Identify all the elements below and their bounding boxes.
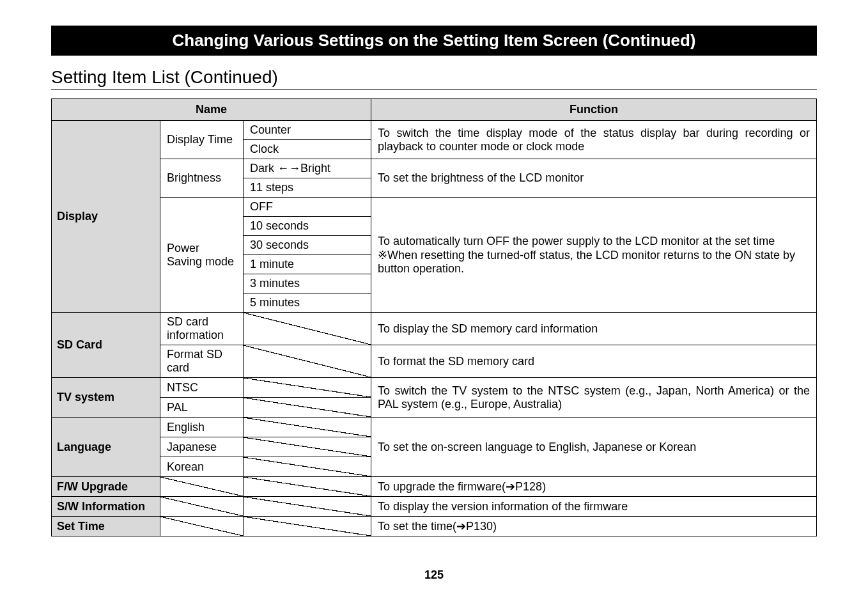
row-pal: PAL <box>160 398 244 418</box>
diag-settime-opt <box>244 517 371 536</box>
row-power-saving: Power Saving mode <box>160 198 244 313</box>
col-name-header: Name <box>52 99 371 121</box>
page: Changing Various Settings on the Setting… <box>0 0 868 607</box>
cat-sw-information: S/W Information <box>52 497 160 517</box>
row-english: English <box>160 418 244 437</box>
diag-sd-info <box>244 313 371 345</box>
col-function-header: Function <box>371 99 817 121</box>
diag-fw-opt <box>244 477 371 497</box>
fn-fw-upgrade: To upgrade the firmware(➔P128) <box>371 477 817 497</box>
settings-table: Name Function Display Display Time Count… <box>51 98 817 536</box>
page-number: 125 <box>51 568 817 582</box>
diag-japanese <box>244 437 371 457</box>
row-korean: Korean <box>160 457 244 477</box>
fn-set-time: To set the time(➔P130) <box>371 517 817 536</box>
cat-sd-card: SD Card <box>52 313 160 378</box>
opt-clock: Clock <box>244 140 371 159</box>
fn-brightness: To set the brightness of the LCD monitor <box>371 159 817 198</box>
opt-off: OFF <box>244 198 371 217</box>
row-ntsc: NTSC <box>160 378 244 398</box>
opt-counter: Counter <box>244 121 371 140</box>
fn-sd-info: To display the SD memory card informatio… <box>371 313 817 345</box>
opt-5m: 5 minutes <box>244 293 371 313</box>
page-subtitle: Setting Item List (Continued) <box>51 67 817 90</box>
fn-tv-system: To switch the TV system to the NTSC syst… <box>371 378 817 418</box>
opt-3m: 3 minutes <box>244 274 371 293</box>
diag-format-sd <box>244 345 371 378</box>
fn-language: To set the on-screen language to English… <box>371 418 817 477</box>
opt-30s: 30 seconds <box>244 236 371 255</box>
page-title-bar: Changing Various Settings on the Setting… <box>51 26 817 56</box>
diag-pal <box>244 398 371 418</box>
diag-korean <box>244 457 371 477</box>
fn-power-saving: To automatically turn OFF the power supp… <box>371 198 817 313</box>
fn-format-sd: To format the SD memory card <box>371 345 817 378</box>
opt-10s: 10 seconds <box>244 217 371 236</box>
row-display-time: Display Time <box>160 121 244 159</box>
row-brightness: Brightness <box>160 159 244 198</box>
diag-settime-sub <box>160 517 244 536</box>
diag-sw-opt <box>244 497 371 517</box>
diag-fw-sub <box>160 477 244 497</box>
cat-tv-system: TV system <box>52 378 160 418</box>
cat-fw-upgrade: F/W Upgrade <box>52 477 160 497</box>
cat-set-time: Set Time <box>52 517 160 536</box>
opt-dark-bright: Dark ←→Bright <box>244 159 371 178</box>
row-sd-info: SD card information <box>160 313 244 345</box>
row-format-sd: Format SD card <box>160 345 244 378</box>
opt-11-steps: 11 steps <box>244 178 371 198</box>
fn-sw-information: To display the version information of th… <box>371 497 817 517</box>
opt-1m: 1 minute <box>244 255 371 274</box>
row-japanese: Japanese <box>160 437 244 457</box>
diag-ntsc <box>244 378 371 398</box>
cat-language: Language <box>52 418 160 477</box>
diag-sw-sub <box>160 497 244 517</box>
diag-english <box>244 418 371 437</box>
fn-display-time: To switch the time display mode of the s… <box>371 121 817 159</box>
page-title: Changing Various Settings on the Setting… <box>172 31 695 50</box>
cat-display: Display <box>52 121 160 313</box>
